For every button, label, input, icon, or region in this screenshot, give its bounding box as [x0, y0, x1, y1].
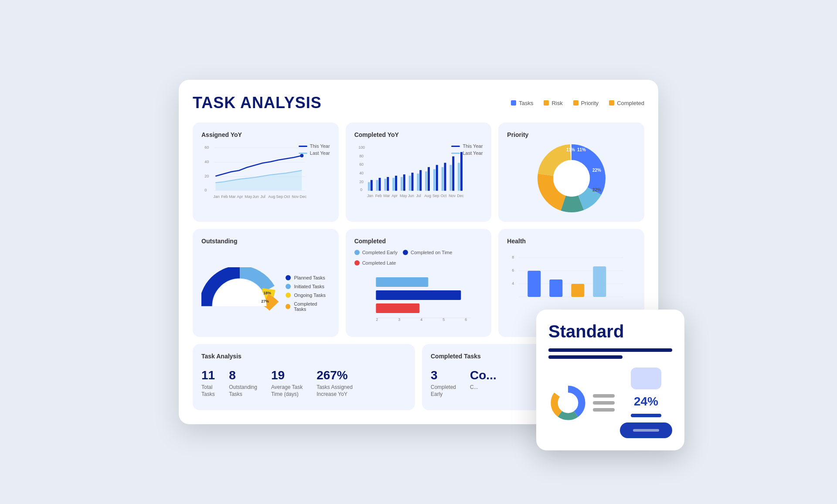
legend-tasks-label: Tasks: [519, 100, 533, 106]
svg-rect-44: [436, 165, 438, 191]
stat-increase-yoy: 267% Tasks AssignedIncrease YoY: [316, 368, 353, 398]
stat-completed-other-value: Co...: [470, 368, 497, 382]
svg-rect-27: [368, 182, 370, 191]
stat-completed-other: Co... C...: [470, 368, 497, 398]
svg-text:100: 100: [358, 145, 365, 150]
svg-rect-33: [392, 178, 395, 191]
stat-total-tasks-value: 11: [201, 368, 215, 382]
svg-rect-86: [376, 303, 419, 313]
std-line-1: [593, 394, 615, 398]
svg-text:Nov: Nov: [292, 194, 299, 199]
legend-risk[interactable]: Risk: [544, 100, 562, 106]
svg-rect-42: [428, 167, 430, 191]
percent-button[interactable]: [620, 422, 672, 438]
svg-rect-84: [376, 277, 428, 287]
svg-rect-39: [417, 174, 419, 191]
svg-text:Jun: Jun: [408, 194, 414, 198]
legend-priority-label: Priority: [581, 100, 599, 106]
ongoing-tasks-legend: Ongoing Tasks: [286, 293, 330, 298]
header-legend: Tasks Risk Priority Completed: [511, 100, 644, 106]
completed-yoy-title: Completed YoY: [354, 131, 483, 138]
legend-this-year: This Year: [299, 143, 330, 149]
percent-line: [631, 414, 661, 417]
percent-badge: [631, 368, 661, 389]
legend-last-year: Last Year: [299, 150, 330, 156]
svg-text:18%: 18%: [263, 291, 271, 295]
svg-text:Apr: Apr: [237, 194, 243, 199]
svg-rect-50: [460, 152, 463, 191]
legend-tasks[interactable]: Tasks: [511, 100, 533, 106]
svg-rect-28: [370, 180, 372, 191]
ontime-legend: Completed on Time: [403, 250, 452, 255]
svg-rect-41: [425, 172, 427, 191]
svg-text:33%: 33%: [555, 176, 564, 181]
stat-avg-time-value: 19: [271, 368, 303, 382]
svg-text:4: 4: [420, 317, 422, 322]
svg-text:Mar: Mar: [229, 194, 236, 199]
completed-bars-card: Completed Completed Early Completed on T…: [346, 229, 492, 337]
svg-text:40: 40: [359, 171, 364, 175]
svg-text:22%: 22%: [592, 168, 601, 173]
svg-text:27%: 27%: [239, 283, 247, 287]
standard-percent-area: 24%: [620, 368, 672, 438]
svg-text:May: May: [245, 194, 252, 199]
svg-text:Oct: Oct: [284, 194, 290, 199]
task-analysis-card: Task Analysis 11 TotalTasks 8 Outstandin…: [193, 344, 415, 410]
svg-rect-37: [408, 176, 411, 191]
svg-text:4: 4: [512, 281, 514, 286]
svg-text:6: 6: [512, 268, 514, 272]
svg-rect-94: [528, 271, 541, 297]
svg-point-101: [559, 394, 577, 412]
svg-text:0: 0: [204, 188, 207, 192]
standard-card-title: Standard: [548, 322, 672, 341]
legend-risk-label: Risk: [551, 100, 562, 106]
svg-rect-85: [376, 290, 461, 300]
planned-tasks-legend: Planned Tasks: [286, 275, 330, 280]
svg-rect-31: [384, 179, 386, 191]
svg-text:Jul: Jul: [416, 194, 421, 198]
legend-last-year-2: Last Year: [451, 150, 483, 156]
standard-bar-short: [548, 355, 623, 359]
standard-percent: 24%: [634, 395, 658, 409]
priority-donut-container: 33% 22% 22% 11% 11%: [507, 143, 636, 213]
svg-text:20: 20: [204, 174, 209, 178]
svg-text:Aug: Aug: [424, 194, 431, 198]
stat-avg-time-label: Average TaskTime (days): [271, 384, 303, 398]
standard-bottom: 24%: [548, 368, 672, 438]
svg-text:Jul: Jul: [260, 194, 265, 199]
top-charts-row: Assigned YoY This Year Last Year: [193, 123, 644, 222]
standard-card: Standard 24%: [536, 310, 684, 450]
legend-priority[interactable]: Priority: [573, 100, 599, 106]
svg-text:Feb: Feb: [375, 194, 381, 198]
svg-rect-45: [441, 167, 443, 191]
standard-mini-donut: [548, 383, 588, 422]
health-title: Health: [507, 238, 636, 245]
svg-rect-49: [458, 163, 460, 191]
svg-text:Aug: Aug: [268, 194, 275, 199]
stat-completed-early-value: 3: [431, 368, 456, 382]
stat-increase-yoy-value: 267%: [316, 368, 353, 382]
svg-rect-40: [419, 170, 422, 191]
svg-text:Jun: Jun: [252, 194, 259, 199]
svg-text:May: May: [400, 194, 407, 198]
stat-completed-other-label: C...: [470, 384, 497, 391]
stat-completed-early: 3 CompletedEarly: [431, 368, 456, 398]
svg-text:Jan: Jan: [213, 194, 220, 199]
svg-text:0: 0: [360, 187, 362, 192]
priority-donut-svg: 33% 22% 22% 11% 11%: [528, 135, 615, 222]
svg-text:27%: 27%: [261, 300, 269, 304]
svg-text:5: 5: [442, 317, 445, 322]
legend-completed[interactable]: Completed: [609, 100, 644, 106]
svg-text:11%: 11%: [577, 147, 586, 152]
svg-text:Oct: Oct: [440, 194, 446, 198]
priority-card: Priority: [498, 123, 644, 222]
task-analysis-title: Task Analysis: [201, 353, 406, 360]
svg-rect-29: [376, 180, 378, 191]
svg-text:8: 8: [512, 255, 514, 259]
early-legend: Completed Early: [354, 250, 398, 255]
svg-text:Sep: Sep: [432, 194, 439, 198]
completed-yoy-chart: This Year Last Year 100 80 60 40 20 0: [354, 143, 483, 213]
completed-tasks-legend: Completed Tasks: [286, 301, 330, 312]
svg-rect-46: [444, 163, 446, 191]
svg-rect-96: [572, 284, 585, 297]
